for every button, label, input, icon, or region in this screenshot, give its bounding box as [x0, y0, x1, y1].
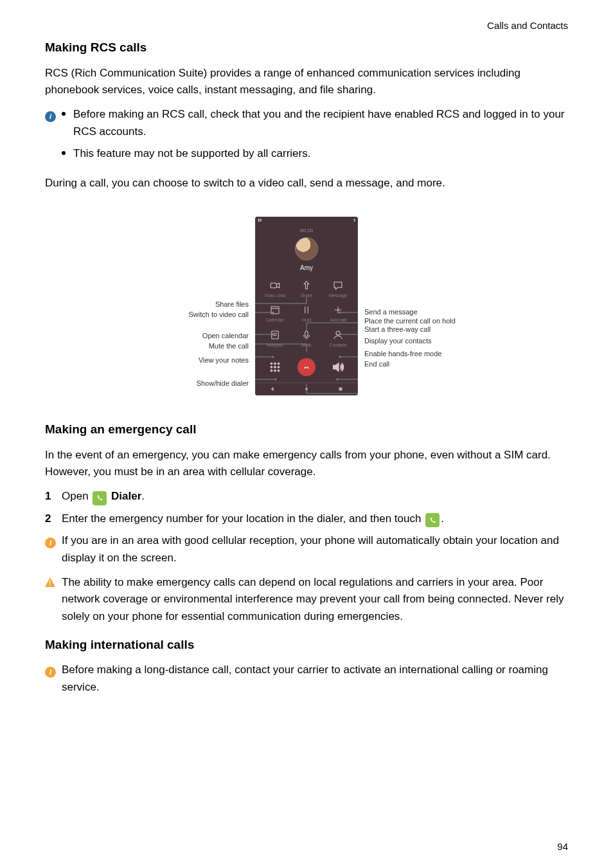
svg-point-18 [278, 366, 280, 368]
svg-rect-0 [271, 283, 276, 288]
svg-rect-7 [271, 331, 278, 339]
svg-rect-23 [339, 388, 342, 391]
emergency-warning-block: The ability to make emergency calls can … [45, 574, 568, 625]
callout-mute: Mute the call [152, 342, 249, 351]
callout-share-files: Share files [152, 300, 249, 309]
svg-rect-10 [305, 331, 308, 336]
emergency-note: If you are in an area with good cellular… [62, 532, 568, 566]
speaker-button[interactable] [331, 360, 345, 374]
call-timer: 00:10 [255, 224, 358, 236]
callout-hold: Place the current call on hold [364, 317, 461, 326]
emergency-warning: The ability to make emergency calls can … [62, 574, 568, 625]
svg-point-12 [336, 331, 340, 335]
caller-name: Amy [255, 263, 358, 280]
page-number: 94 [557, 839, 568, 854]
warning-icon [45, 577, 55, 587]
end-call-button[interactable] [298, 358, 315, 376]
message-button[interactable]: Message [323, 280, 354, 300]
rcs-info-bullet: Before making an RCS call, check that yo… [62, 106, 568, 140]
intl-note-block: i Before making a long-distance call, co… [45, 662, 568, 696]
step-2: 2 Enter the emergency number for your lo… [45, 511, 568, 528]
step-1: 1 Open Dialer. [45, 488, 568, 505]
video-chat-button[interactable]: Video chat [259, 280, 290, 300]
callout-switch-video: Switch to video call [152, 311, 249, 320]
dialpad-button[interactable] [268, 360, 282, 374]
rcs-intro: RCS (Rich Communication Suite) provides … [45, 65, 568, 99]
rcs-info-bullet: This feature may not be supported by all… [62, 145, 568, 162]
svg-point-22 [305, 388, 308, 390]
info-icon: i [45, 538, 56, 548]
svg-point-19 [271, 370, 272, 372]
hold-button[interactable]: Hold [290, 304, 322, 324]
info-icon: i [45, 667, 56, 678]
rcs-info-block: i Before making an RCS call, check that … [45, 106, 568, 167]
add-call-button[interactable]: Add call [323, 304, 354, 324]
svg-point-16 [271, 366, 272, 368]
mute-button[interactable]: Mute [290, 329, 322, 349]
phone-mockup: ▮▮▮ 00:10 Amy Video chat Share [255, 217, 358, 395]
contacts-button[interactable]: Contacts [323, 329, 354, 349]
svg-point-17 [274, 366, 276, 368]
svg-point-21 [278, 370, 280, 372]
emergency-note-block: i If you are in an area with good cellul… [45, 532, 568, 566]
emergency-intro: In the event of an emergency, you can ma… [45, 447, 568, 481]
call-screen-diagram: Share files Switch to video call Open ca… [45, 217, 568, 395]
heading-intl: Making international calls [45, 635, 568, 654]
android-navbar [255, 383, 358, 395]
callout-show-dialer: Show/hide dialer [152, 379, 249, 388]
callout-display-contacts: Display your contacts [364, 337, 461, 346]
dialer-app-icon [93, 491, 107, 505]
info-icon: i [45, 111, 56, 122]
callout-three-way: Start a three-way call [364, 325, 461, 334]
callout-view-notes: View your notes [152, 356, 249, 365]
svg-point-13 [271, 363, 272, 365]
intl-note: Before making a long-distance call, cont… [62, 662, 568, 696]
heading-emergency: Making an emergency call [45, 420, 568, 439]
svg-point-14 [274, 363, 276, 365]
caller-avatar [295, 237, 318, 260]
callout-send-message: Send a message [364, 308, 461, 317]
svg-point-20 [274, 370, 276, 372]
calendar-button[interactable]: Calendar [259, 304, 290, 324]
notepad-button[interactable]: Notepad [259, 329, 290, 349]
callout-hands-free: Enable hands-free mode [364, 350, 461, 359]
header-section: Calls and Contacts [45, 18, 568, 33]
rcs-during-call: During a call, you can choose to switch … [45, 175, 568, 192]
callout-end-call: End call [364, 360, 461, 369]
callout-open-calendar: Open calendar [152, 332, 249, 341]
call-icon [425, 513, 440, 527]
svg-point-15 [278, 363, 280, 365]
share-button[interactable]: Share [290, 280, 322, 300]
heading-rcs: Making RCS calls [45, 38, 568, 57]
svg-rect-1 [271, 307, 279, 314]
